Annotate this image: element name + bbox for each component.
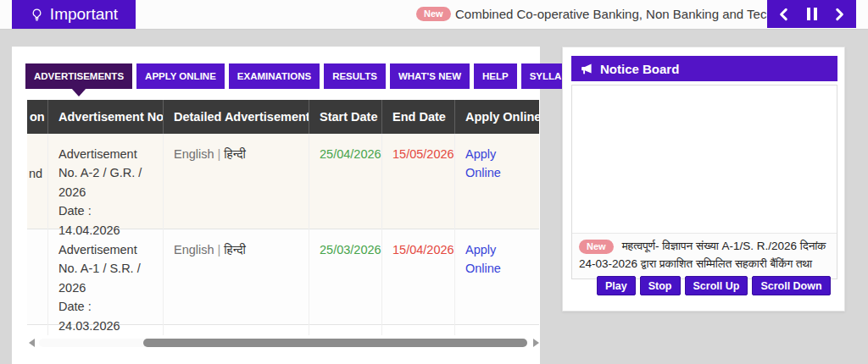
notice-board-controls: Play Stop Scroll Up Scroll Down (597, 276, 831, 295)
col-header-end-date: End Date (381, 100, 454, 134)
cell-apply-online: Apply Online (454, 229, 539, 335)
chevron-right-icon (832, 7, 847, 22)
new-badge: New (416, 7, 451, 21)
top-ticker-bar: Important New Combined Co-operative Bank… (0, 0, 868, 30)
cell-truncated-text: nd (27, 134, 47, 240)
notice-text: महत्वपूर्ण- विज्ञापन संख्या A-1/S. R./20… (579, 240, 826, 270)
notice-board-list: Newमहत्वपूर्ण- विज्ञापन संख्या A-1/S. R.… (571, 85, 837, 279)
advertisements-panel: ADVERTISEMENTS APPLY ONLINE EXAMINATIONS… (12, 47, 540, 364)
cell-end-date: 15/04/2026 (381, 229, 454, 335)
tab-whats-new[interactable]: WHAT'S NEW (390, 63, 470, 89)
advertisement-no-text: Advertisement No. A-2 / G.R. / 2026 (58, 145, 154, 201)
megaphone-icon (580, 62, 594, 76)
col-header-start-date: Start Date (309, 100, 381, 134)
new-badge: New (579, 240, 614, 254)
bulb-icon (30, 8, 44, 22)
scroll-up-button[interactable]: Scroll Up (685, 276, 748, 295)
cell-detailed-advertisement: English|हिन्दी (163, 229, 309, 335)
tab-bar: ADVERTISEMENTS APPLY ONLINE EXAMINATIONS… (25, 63, 591, 89)
cell-start-date: 25/03/2026 (309, 229, 381, 335)
stop-button[interactable]: Stop (640, 276, 681, 295)
language-divider: | (214, 243, 225, 256)
scrollbar-thumb[interactable] (143, 339, 527, 347)
notice-board-header: Notice Board (571, 56, 837, 81)
apply-online-link[interactable]: Apply Online (465, 147, 501, 179)
table-row: nd Advertisement No. A-2 / G.R. / 2026 D… (27, 134, 539, 229)
notice-item[interactable]: Newमहत्वपूर्ण- विज्ञापन संख्या A-1/S. R.… (572, 233, 837, 279)
cell-apply-online: Apply Online (454, 134, 539, 240)
english-pdf-link[interactable]: English (174, 243, 214, 256)
apply-online-link[interactable]: Apply Online (465, 243, 501, 275)
notice-board-panel: Notice Board Newमहत्वपूर्ण- विज्ञापन संख… (562, 47, 845, 312)
important-label: Important (50, 5, 118, 24)
english-pdf-link[interactable]: English (174, 147, 214, 161)
tab-advertisements[interactable]: ADVERTISEMENTS (25, 63, 132, 89)
table-row: Advertisement No. A-1 / S.R. / 2026 Date… (27, 229, 539, 325)
cell-detailed-advertisement: English|हिन्दी (163, 134, 309, 240)
cell-end-date: 15/05/2026 (381, 134, 454, 240)
horizontal-scrollbar[interactable] (27, 337, 539, 349)
tab-examinations[interactable]: EXAMINATIONS (229, 63, 320, 89)
triangle-right-icon[interactable] (533, 339, 539, 347)
language-divider: | (214, 147, 225, 161)
col-header-apply-online: Apply Online (454, 100, 539, 134)
cell-start-date: 25/04/2026 (309, 134, 381, 240)
tab-help[interactable]: HELP (474, 63, 517, 89)
ticker-pause-button[interactable] (801, 3, 823, 25)
scrollbar-track[interactable] (39, 339, 527, 347)
advertisement-no-text: Advertisement No. A-1 / S.R. / 2026 (58, 240, 154, 297)
advertisement-date-text: Date : 24.03.2026 (58, 297, 154, 335)
pause-icon (807, 8, 817, 20)
hindi-pdf-link[interactable]: हिन्दी (224, 243, 245, 256)
tab-results[interactable]: RESULTS (324, 63, 386, 89)
scroll-down-button[interactable]: Scroll Down (752, 276, 830, 295)
col-header-advertisement-no: Advertisement No (47, 100, 163, 134)
table-header-row: on Advertisement No Detailed Advertiseme… (27, 100, 539, 134)
ticker-prev-button[interactable] (773, 3, 795, 25)
cell-advertisement-no: Advertisement No. A-2 / G.R. / 2026 Date… (47, 134, 163, 240)
hindi-pdf-link[interactable]: हिन्दी (224, 147, 245, 161)
tab-apply-online[interactable]: APPLY ONLINE (136, 63, 225, 89)
advertisements-table: on Advertisement No Detailed Advertiseme… (27, 100, 539, 325)
cell-truncated-text (27, 229, 47, 335)
news-ticker-text: Combined Co-operative Banking, Non Banki… (455, 0, 767, 29)
play-button[interactable]: Play (597, 276, 636, 295)
col-header-detailed-advertisement: Detailed Advertisement (163, 100, 309, 134)
ticker-controls (767, 0, 856, 28)
page: Important New Combined Co-operative Bank… (0, 0, 868, 364)
cell-advertisement-no: Advertisement No. A-1 / S.R. / 2026 Date… (47, 229, 163, 335)
notice-board-title: Notice Board (600, 62, 679, 76)
chevron-left-icon (776, 7, 792, 22)
important-button[interactable]: Important (12, 0, 136, 29)
triangle-left-icon[interactable] (29, 339, 35, 347)
col-header-truncated: on (27, 100, 47, 134)
ticker-next-button[interactable] (828, 3, 850, 25)
